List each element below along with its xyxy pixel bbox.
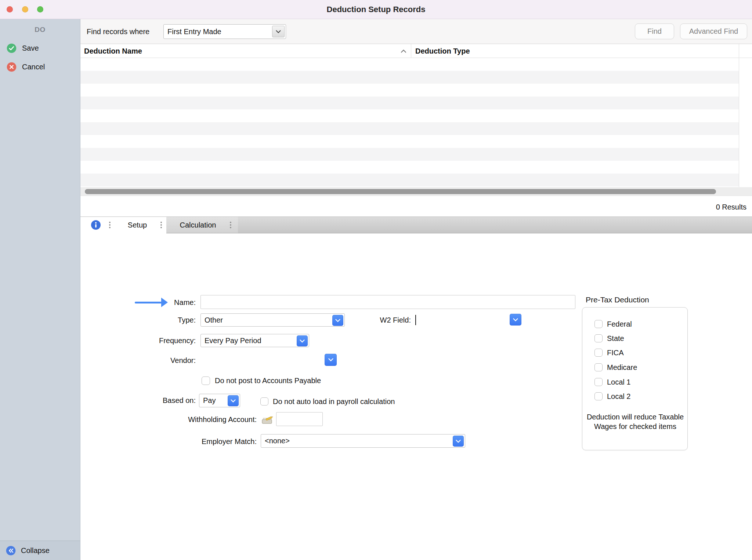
pretax-federal-label: Federal xyxy=(607,319,632,329)
find-filter-value: First Entry Made xyxy=(167,25,221,39)
employer-match-dropdown-button[interactable] xyxy=(453,436,464,447)
type-label: Type: xyxy=(122,315,196,325)
employer-match-dropdown[interactable]: <none> xyxy=(261,434,465,448)
find-bar: Find records where First Entry Made Find… xyxy=(80,19,752,44)
pretax-medicare-label: Medicare xyxy=(607,362,637,372)
tab-separator-dots xyxy=(229,222,232,229)
based-on-dropdown[interactable]: Pay xyxy=(199,394,240,407)
ledger-account-icon[interactable] xyxy=(261,415,274,425)
chevron-down-icon xyxy=(335,319,340,322)
frequency-value: Every Pay Period xyxy=(205,334,261,347)
vendor-label: Vendor: xyxy=(122,355,196,366)
column-header-deduction-type[interactable]: Deduction Type xyxy=(415,44,470,58)
info-icon[interactable] xyxy=(91,220,101,230)
type-dropdown-button[interactable] xyxy=(332,315,343,326)
do-not-post-ap-checkbox[interactable] xyxy=(202,377,210,385)
pretax-local2-label: Local 2 xyxy=(607,391,631,401)
pretax-state-label: State xyxy=(607,333,624,343)
tab-separator-dots xyxy=(109,222,111,229)
window-title: Deduction Setup Records xyxy=(0,0,752,19)
cancel-button[interactable]: Cancel xyxy=(0,61,80,73)
sidebar: DO Save Cancel Collapse xyxy=(0,19,80,560)
cancel-label: Cancel xyxy=(22,63,45,71)
w2-field-label: W2 Field: xyxy=(352,315,411,325)
main-area: Find records where First Entry Made Find… xyxy=(80,19,752,560)
chevron-down-icon xyxy=(513,318,518,321)
withholding-account-input[interactable] xyxy=(276,412,323,426)
tab-setup[interactable]: Setup xyxy=(116,217,159,233)
tab-separator-dots xyxy=(160,222,162,229)
sidebar-header: DO xyxy=(0,26,80,34)
table-scrollbar-gutter xyxy=(739,58,752,187)
do-not-autoload-checkbox[interactable] xyxy=(260,397,268,406)
do-not-post-ap-label: Do not post to Accounts Payable xyxy=(215,375,321,386)
frequency-dropdown-button[interactable] xyxy=(297,335,308,346)
find-filter-dropdown-button[interactable] xyxy=(272,26,285,37)
employer-match-label: Employer Match: xyxy=(169,436,257,447)
table-header: Deduction Name Deduction Type xyxy=(80,44,752,58)
advanced-find-button[interactable]: Advanced Find xyxy=(680,23,747,39)
pretax-federal-checkbox[interactable] xyxy=(594,320,603,328)
tab-bar: Setup Calculation xyxy=(80,217,752,233)
collapse-button[interactable]: Collapse xyxy=(0,541,80,560)
pretax-fica-checkbox[interactable] xyxy=(594,349,603,357)
do-not-autoload-label: Do not auto load in payroll calculation xyxy=(273,396,395,407)
chevron-down-icon xyxy=(231,399,236,403)
collapse-chevrons-icon xyxy=(6,546,16,556)
name-input[interactable] xyxy=(200,295,575,309)
cancel-x-icon xyxy=(7,62,17,72)
chevron-down-icon xyxy=(456,440,461,443)
pretax-deduction-panel: Federal State FICA Medicare Local 1 Loca… xyxy=(582,307,688,450)
based-on-value: Pay xyxy=(203,394,216,407)
save-check-icon xyxy=(7,43,17,53)
pretax-local1-label: Local 1 xyxy=(607,377,631,387)
find-button[interactable]: Find xyxy=(635,23,674,39)
chevron-down-icon xyxy=(276,30,281,33)
tab-calculation[interactable]: Calculation xyxy=(166,217,229,233)
frequency-label: Frequency: xyxy=(122,335,196,346)
type-value: Other xyxy=(205,314,223,326)
frequency-dropdown[interactable]: Every Pay Period xyxy=(200,334,309,347)
withholding-account-label: Withholding Account: xyxy=(169,414,257,425)
chevron-down-icon xyxy=(328,358,333,361)
find-filter-dropdown[interactable]: First Entry Made xyxy=(163,24,286,39)
column-header-deduction-name[interactable]: Deduction Name xyxy=(84,44,142,58)
w2-field-dropdown-button[interactable] xyxy=(510,314,521,326)
chevron-down-icon xyxy=(300,339,305,343)
pretax-state-checkbox[interactable] xyxy=(594,334,603,342)
vendor-dropdown-button[interactable] xyxy=(325,354,337,366)
title-bar: Deduction Setup Records xyxy=(0,0,752,19)
employer-match-value: <none> xyxy=(265,434,290,447)
based-on-dropdown-button[interactable] xyxy=(228,395,239,406)
horizontal-scrollbar-thumb[interactable] xyxy=(85,189,716,194)
find-records-where-label: Find records where xyxy=(87,19,149,44)
table-body xyxy=(80,58,739,187)
save-label: Save xyxy=(22,44,39,52)
pretax-local2-checkbox[interactable] xyxy=(594,392,603,400)
pretax-fica-label: FICA xyxy=(607,348,624,358)
pretax-medicare-checkbox[interactable] xyxy=(594,363,603,371)
pretax-deduction-title: Pre-Tax Deduction xyxy=(586,295,649,304)
sort-ascending-icon[interactable] xyxy=(401,50,406,53)
pretax-note: Deduction will reduce Taxable Wages for … xyxy=(586,412,684,431)
horizontal-scrollbar-track[interactable] xyxy=(80,187,752,196)
pretax-local1-checkbox[interactable] xyxy=(594,378,603,386)
based-on-label: Based on: xyxy=(122,395,196,406)
text-cursor xyxy=(415,315,416,325)
name-label: Name: xyxy=(122,297,196,308)
collapse-label: Collapse xyxy=(21,546,50,555)
save-button[interactable]: Save xyxy=(0,42,80,54)
type-dropdown[interactable]: Other xyxy=(200,313,345,327)
results-count: 0 Results xyxy=(716,203,746,211)
